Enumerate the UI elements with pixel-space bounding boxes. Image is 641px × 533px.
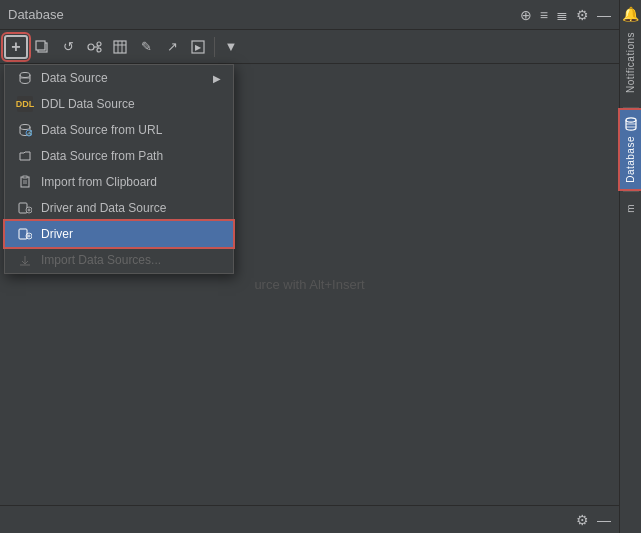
- dropdown-menu: Data Source ▶ DDL DDL Data Source 🔗 Data…: [4, 64, 234, 274]
- layout-icon[interactable]: ≡: [540, 7, 548, 23]
- menu-item-data-source-path[interactable]: Data Source from Path: [5, 143, 233, 169]
- notifications-tab[interactable]: 🔔: [620, 0, 642, 28]
- notifications-label: Notifications: [625, 32, 636, 93]
- database-tab[interactable]: Database: [620, 110, 642, 189]
- path-icon: [17, 148, 33, 164]
- svg-text:🔗: 🔗: [27, 130, 33, 137]
- import-clipboard-label: Import from Clipboard: [41, 175, 221, 189]
- svg-rect-21: [19, 203, 27, 213]
- menu-item-ddl-data-source[interactable]: DDL DDL Data Source: [5, 91, 233, 117]
- database-tab-icon: [624, 116, 638, 132]
- data-source-arrow: ▶: [213, 73, 221, 84]
- svg-point-4: [97, 42, 101, 46]
- svg-point-31: [626, 118, 636, 122]
- bottom-minus-icon[interactable]: —: [597, 512, 611, 528]
- panel-title: Database: [8, 7, 64, 22]
- driver-label: Driver: [41, 227, 221, 241]
- menu-item-driver[interactable]: Driver: [5, 221, 233, 247]
- sidebar-divider2: [623, 191, 639, 192]
- toolbar: + ↺ ✎ ↗: [0, 30, 619, 64]
- database-label: Database: [625, 136, 636, 183]
- main-panel: Database ⊕ ≡ ≣ ⚙ — + ↺: [0, 0, 619, 533]
- globe-icon[interactable]: ⊕: [520, 7, 532, 23]
- data-source-url-label: Data Source from URL: [41, 123, 221, 137]
- schema-button[interactable]: [82, 35, 106, 59]
- data-source-label: Data Source: [41, 71, 205, 85]
- clipboard-icon: [17, 174, 33, 190]
- driver-data-source-label: Driver and Data Source: [41, 201, 221, 215]
- title-icons: ⊕ ≡ ≣ ⚙ —: [520, 7, 611, 23]
- minimize-icon[interactable]: —: [597, 7, 611, 23]
- svg-point-2: [88, 44, 94, 50]
- svg-rect-6: [114, 41, 126, 53]
- svg-point-12: [20, 73, 30, 78]
- settings-icon[interactable]: ⚙: [576, 7, 589, 23]
- query-button[interactable]: ▶: [186, 35, 210, 59]
- ddl-data-source-label: DDL Data Source: [41, 97, 221, 111]
- data-source-path-label: Data Source from Path: [41, 149, 221, 163]
- import-sources-label: Import Data Sources...: [41, 253, 221, 267]
- data-source-icon: [17, 70, 33, 86]
- maven-tab[interactable]: m: [620, 198, 642, 219]
- right-sidebar: 🔔 Notifications Database m: [619, 0, 641, 533]
- copy-button[interactable]: [30, 35, 54, 59]
- toolbar-separator: [214, 37, 215, 57]
- add-button[interactable]: +: [4, 35, 28, 59]
- svg-rect-17: [21, 177, 29, 187]
- menu-item-data-source-url[interactable]: 🔗 Data Source from URL: [5, 117, 233, 143]
- menu-item-import-clipboard[interactable]: Import from Clipboard: [5, 169, 233, 195]
- svg-point-5: [97, 48, 101, 52]
- ddl-icon: DDL: [17, 96, 33, 112]
- bottom-bar: ⚙ —: [0, 505, 619, 533]
- svg-rect-18: [23, 176, 27, 178]
- menu-item-import-sources[interactable]: Import Data Sources...: [5, 247, 233, 273]
- bell-icon: 🔔: [622, 6, 639, 22]
- title-bar: Database ⊕ ≡ ≣ ⚙ —: [0, 0, 619, 30]
- navigate-button[interactable]: ↗: [160, 35, 184, 59]
- maven-label: m: [625, 204, 636, 213]
- table-button[interactable]: [108, 35, 132, 59]
- filter-button[interactable]: ▼: [219, 35, 243, 59]
- import-sources-icon: [17, 252, 33, 268]
- menu-item-data-source[interactable]: Data Source ▶: [5, 65, 233, 91]
- layout2-icon[interactable]: ≣: [556, 7, 568, 23]
- svg-rect-1: [36, 41, 45, 50]
- url-icon: 🔗: [17, 122, 33, 138]
- driver-data-source-icon: [17, 200, 33, 216]
- sidebar-divider: [623, 107, 639, 108]
- menu-item-driver-data-source[interactable]: Driver and Data Source: [5, 195, 233, 221]
- hint-text: urce with Alt+Insert: [254, 277, 364, 292]
- driver-icon: [17, 226, 33, 242]
- edit-button[interactable]: ✎: [134, 35, 158, 59]
- bottom-gear-icon[interactable]: ⚙: [576, 512, 589, 528]
- svg-text:▶: ▶: [195, 43, 202, 52]
- refresh-button[interactable]: ↺: [56, 35, 80, 59]
- svg-point-14: [20, 125, 30, 130]
- svg-rect-25: [19, 229, 27, 239]
- notifications-label-container[interactable]: Notifications: [620, 28, 642, 105]
